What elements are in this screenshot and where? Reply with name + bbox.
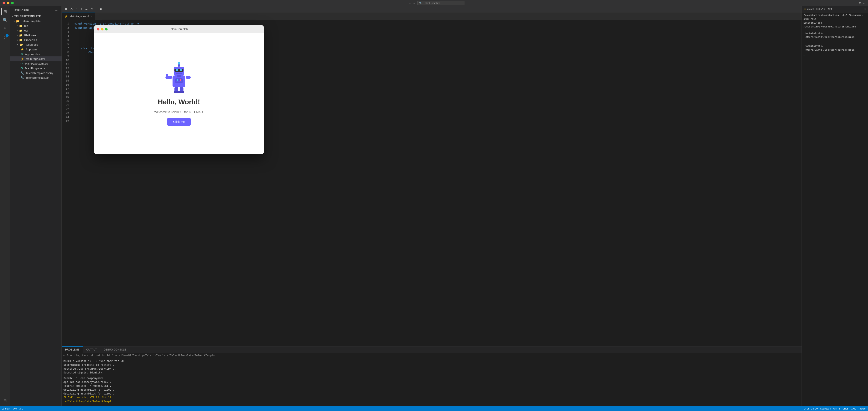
stop-btn[interactable]: ⏹ — [98, 7, 103, 11]
title-search-text: TelerikTemplate — [424, 2, 440, 4]
tab-close-btn[interactable]: ✕ — [90, 15, 92, 18]
csharp-icon: C# — [21, 62, 23, 65]
file-label: App.xaml — [26, 48, 37, 51]
terminal-line-warning: te/TelerikTemplate/TelerikTempl... — [63, 400, 800, 404]
more-icon[interactable]: ··· — [863, 1, 865, 5]
svg-rect-15 — [166, 74, 168, 78]
tree-app-xaml[interactable]: ⚡ App.xaml — [10, 47, 62, 52]
right-panel-line: ✓ — [804, 54, 866, 58]
checkmark-icon: ✓ — [804, 54, 805, 57]
source-control-icon: ⑂ — [4, 27, 6, 31]
folder-icon: 📂 — [20, 43, 23, 46]
separator — [96, 7, 96, 11]
chevron-down-icon: ▾ — [12, 15, 13, 18]
spacer — [804, 39, 866, 44]
encoding-status[interactable]: UTF-8 — [833, 407, 840, 410]
file-label: MainPage.xaml — [26, 57, 45, 60]
step-into-btn[interactable]: ⤴ — [80, 7, 83, 11]
right-panel: ⚡ dotnet · Task ✓ + ~ ⊞ 🗑 ✕ /ms-dotnetto… — [802, 6, 868, 406]
errors-status[interactable]: ⊘ 0 — [13, 407, 17, 410]
app-preview-content: Hello, World! Welcome to Telerik UI for … — [94, 33, 264, 154]
step-over-btn[interactable]: ⤵ — [75, 7, 79, 11]
file-label: App.xaml.cs — [25, 53, 40, 56]
breakpoint-btn[interactable]: ⊙ — [90, 7, 94, 11]
pause-btn[interactable]: ⏸ — [63, 7, 69, 11]
tree-mainpage-xaml-cs[interactable]: C# MainPage.xaml.cs — [10, 61, 62, 66]
tree-platforms[interactable]: › 📁 Platforms — [10, 33, 62, 37]
tab-output[interactable]: OUTPUT — [83, 346, 100, 353]
svg-rect-4 — [175, 69, 183, 71]
csharp-icon: C# — [21, 67, 23, 69]
tab-mainpage-xaml[interactable]: ⚡ MainPage.xaml ✕ — [62, 12, 95, 20]
right-panel-task-label: ⚡ dotnet · Task ✓ + ~ ⊞ 🗑 — [804, 8, 833, 10]
formatter-status[interactable]: Prettier — [859, 407, 866, 410]
title-search[interactable]: 🔍 TelerikTemplate — [417, 1, 464, 5]
activity-run-debug[interactable]: ▷ 1 — [1, 33, 9, 41]
chevron-down-icon: ▾ — [17, 43, 18, 46]
app-preview-titlebar: TelerikTemplate — [94, 25, 264, 33]
app-close-btn[interactable] — [97, 28, 99, 30]
close-button[interactable] — [3, 2, 5, 4]
app-window-controls — [97, 28, 107, 30]
debug-toolbar: ⏸ ⟳ ⤵ ⤴ ⤻ ⊙ ⏹ — [62, 6, 802, 12]
tree-app-xaml-cs[interactable]: C# App.xaml.cs — [10, 52, 62, 56]
xaml-icon: ⚡ — [21, 57, 24, 60]
right-panel-header: ⚡ dotnet · Task ✓ + ~ ⊞ 🗑 ✕ — [802, 6, 868, 12]
terminal-line: ⊘ Executing task: dotnet build /Users/Sa… — [63, 354, 800, 358]
tree-properties[interactable]: › 📁 Properties — [10, 37, 62, 42]
folder-icon: 📁 — [19, 34, 23, 37]
tree-obj[interactable]: › 📁 obj — [10, 28, 62, 33]
split-editor-icon[interactable]: ⊞ — [859, 1, 861, 5]
csharp-icon: C# — [21, 53, 23, 55]
folder-label: bin — [24, 24, 28, 27]
tree-bin[interactable]: › 📁 bin — [10, 23, 62, 28]
app-window-title: TelerikTemplate — [169, 27, 189, 31]
app-minimize-btn[interactable] — [101, 28, 103, 30]
tree-csproj[interactable]: 🔧 TelerikTemplate.csproj — [10, 70, 62, 75]
nav-back-icon[interactable]: ← — [408, 1, 411, 5]
cursor-position-status: Ln 25, Col 20 — [804, 407, 818, 410]
svg-rect-8 — [177, 75, 181, 77]
click-me-button[interactable]: Click me — [167, 118, 191, 126]
tree-resources[interactable]: ▾ 📂 Resources — [10, 42, 62, 47]
sidebar: EXPLORER ··· ▾ TELERIKTEMPLATE ▾ 📂 Teler… — [10, 6, 62, 406]
activity-search[interactable]: 🔍 — [1, 16, 9, 24]
tree-teleriktemplate-folder[interactable]: ▾ 📂 TelerikTemplate — [10, 19, 62, 23]
xaml-icon: ⚡ — [21, 48, 24, 51]
nav-forward-icon[interactable]: → — [413, 1, 415, 5]
new-file-icon[interactable]: ··· — [55, 8, 58, 12]
activity-extensions[interactable]: ⊟ — [1, 397, 9, 405]
line-ending-status[interactable]: CRLF — [842, 407, 849, 410]
app-maximize-btn[interactable] — [105, 28, 107, 30]
tab-debug-console[interactable]: DEBUG CONSOLE — [100, 346, 130, 353]
activity-explorer[interactable]: ⊞ — [1, 8, 9, 16]
tree-root[interactable]: ▾ TELERIKTEMPLATE — [10, 14, 62, 19]
warnings-status[interactable]: ⚠ 1 — [19, 407, 23, 410]
line-numbers: 12345 678910 1112131415 1617181920 21222… — [62, 20, 72, 346]
svg-point-3 — [178, 62, 180, 65]
explorer-title: EXPLORER — [14, 9, 29, 11]
language-status[interactable]: XML — [851, 407, 856, 410]
tab-xaml-icon: ⚡ — [64, 14, 68, 18]
tree-mainpage-xaml[interactable]: ⚡ MainPage.xaml — [10, 56, 62, 61]
terminal-line: Optimizing assemblies for size... — [63, 388, 800, 392]
minimize-button[interactable] — [7, 2, 9, 4]
terminal-line: Restored /Users/SamMBP/Desktop/... — [63, 367, 800, 371]
terminal-line-warning: ILLINK : warning MT0182: Not li... — [63, 396, 800, 400]
right-panel-line: (MacCatalyst). [/Users/SamMBP/Desktop/Te… — [804, 44, 866, 52]
git-branch-status[interactable]: ⎇ main — [2, 407, 10, 410]
right-panel-line: (MacCatalyst). [/Users/SamMBP/Desktop/Te… — [804, 31, 866, 39]
chevron-right-icon: › — [17, 34, 18, 36]
sln-icon: 🔧 — [21, 76, 24, 79]
activity-source-control[interactable]: ⑂ — [1, 25, 9, 33]
extensions-icon: ⊟ — [3, 398, 7, 403]
restart-btn[interactable]: ⟳ — [69, 7, 74, 11]
svg-rect-7 — [176, 73, 182, 74]
maximize-button[interactable] — [11, 2, 14, 4]
step-out-btn[interactable]: ⤻ — [84, 7, 89, 11]
right-panel-close-icon[interactable]: ✕ — [864, 8, 866, 10]
tab-problems[interactable]: PROBLEMS — [62, 346, 83, 353]
sidebar-header: EXPLORER ··· — [10, 6, 62, 13]
tree-sln[interactable]: 🔧 TelerikTemplate.sln — [10, 75, 62, 80]
tree-mauiprogram-cs[interactable]: C# MauiProgram.cs — [10, 66, 62, 70]
